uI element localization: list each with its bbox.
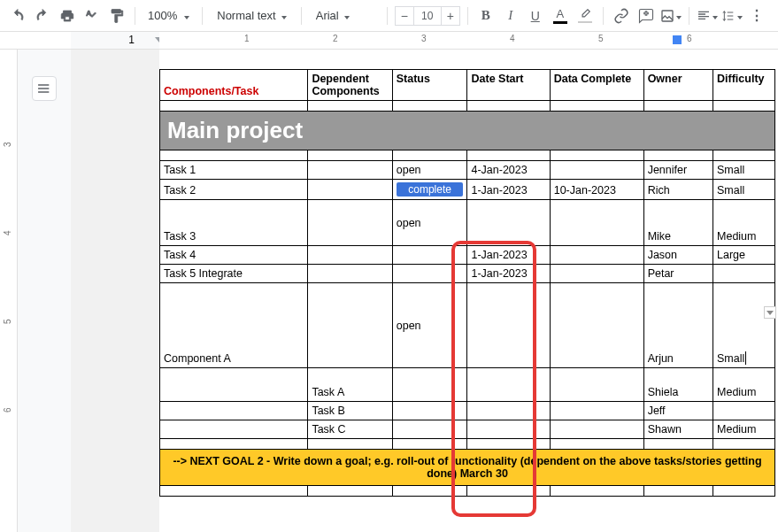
align-button[interactable] <box>697 5 718 27</box>
table-row[interactable]: Component A open Arjun Small <box>160 283 775 368</box>
table-row[interactable]: Task 2 complete 1-Jan-202310-Jan-2023 Ri… <box>160 180 775 200</box>
increase-font-size-button[interactable]: + <box>441 6 460 26</box>
font-size-control: − 10 + <box>395 6 460 26</box>
zoom-dropdown[interactable]: 100% <box>143 9 195 22</box>
bold-button[interactable]: B <box>475 5 497 27</box>
document-outline-button[interactable] <box>32 76 57 101</box>
table-row[interactable]: Task 5 Integrate 1-Jan-2023 Petar <box>160 265 775 283</box>
table-title-row: Main project <box>160 112 775 150</box>
header-dependent: Dependent Components <box>308 70 392 101</box>
line-spacing-button[interactable] <box>721 5 743 27</box>
insert-image-button[interactable] <box>660 5 682 27</box>
header-status: Status <box>392 70 467 101</box>
paragraph-style-dropdown[interactable]: Normal text <box>210 9 293 22</box>
table-row[interactable]: Task 3 open MikeMedium <box>160 200 775 246</box>
left-gutter <box>18 50 71 532</box>
table-header-row: Components/Task Dependent Components Sta… <box>160 70 775 101</box>
undo-button[interactable] <box>7 5 28 27</box>
vertical-ruler[interactable]: 3 4 5 6 <box>0 50 18 532</box>
highlight-color-button[interactable] <box>574 5 596 27</box>
document-page[interactable]: Components/Task Dependent Components Sta… <box>159 50 778 532</box>
underline-button[interactable]: U <box>525 5 546 27</box>
insert-link-button[interactable] <box>611 5 632 27</box>
header-owner: Owner <box>643 70 713 101</box>
more-button[interactable]: ⋮ <box>746 5 767 27</box>
header-data-complete: Data Complete <box>550 70 643 101</box>
goal-row: --> NEXT GOAL 2 - Write down a goal; e.g… <box>160 450 775 486</box>
svg-point-3 <box>38 91 39 92</box>
svg-point-1 <box>38 84 39 85</box>
document-workspace: 3 4 5 6 Components/Task Dependent Compon… <box>0 50 778 532</box>
horizontal-ruler[interactable]: 1 1 2 3 4 5 6 <box>0 32 778 50</box>
redo-button[interactable] <box>32 5 53 27</box>
header-date-start: Date Start <box>467 70 550 101</box>
paint-format-button[interactable] <box>106 5 127 27</box>
print-button[interactable] <box>57 5 78 27</box>
svg-rect-0 <box>662 11 673 21</box>
header-difficulty: Difficulty <box>713 70 775 101</box>
table-row[interactable]: Task C ShawnMedium <box>160 420 775 439</box>
font-family-dropdown[interactable]: Arial <box>309 9 380 22</box>
header-components: Components/Task <box>160 70 308 101</box>
svg-point-2 <box>38 88 39 89</box>
table-row[interactable]: Task A ShielaMedium <box>160 368 775 402</box>
overflow-menu-button[interactable] <box>764 306 776 319</box>
add-comment-button[interactable] <box>635 5 657 27</box>
decrease-font-size-button[interactable]: − <box>395 6 414 26</box>
tab-stop-icon[interactable] <box>673 35 682 44</box>
text-color-button[interactable]: A <box>550 5 571 27</box>
italic-button[interactable]: I <box>500 5 521 27</box>
toolbar: 100% Normal text Arial − 10 + B I U A ⋮ <box>0 0 778 32</box>
spellcheck-button[interactable] <box>81 5 103 27</box>
text-cursor-icon <box>745 351 746 365</box>
font-size-value[interactable]: 10 <box>414 6 441 26</box>
status-badge: complete <box>397 182 464 197</box>
project-table[interactable]: Components/Task Dependent Components Sta… <box>159 69 775 497</box>
table-row[interactable]: Task 4 1-Jan-2023 JasonLarge <box>160 246 775 265</box>
table-row[interactable]: Task 1 open 4-Jan-2023 JenniferSmall <box>160 161 775 180</box>
table-row[interactable]: Task B Jeff <box>160 402 775 420</box>
